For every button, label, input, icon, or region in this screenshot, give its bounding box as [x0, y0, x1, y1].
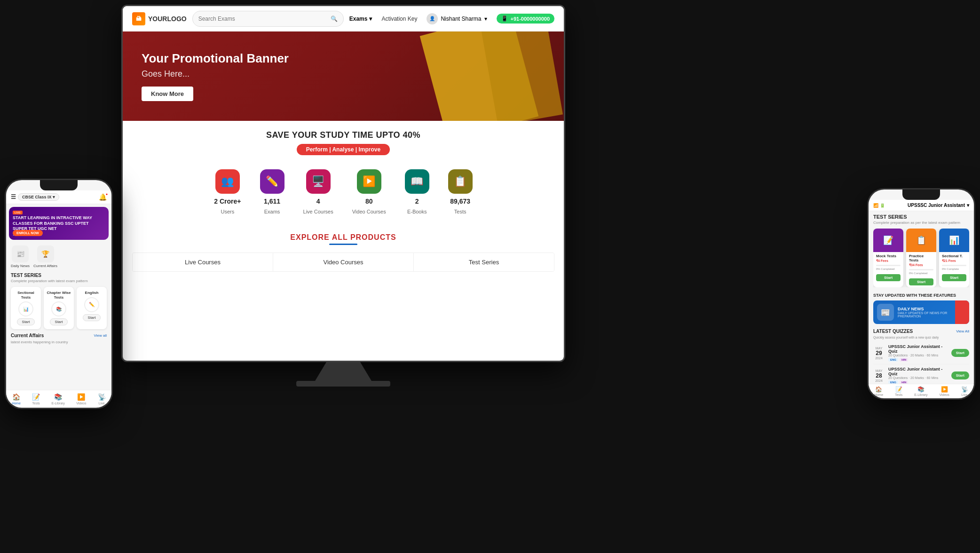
- daily-news-label: Daily News: [11, 264, 30, 268]
- whatsapp-icon: 📱: [501, 16, 508, 22]
- english-start-button[interactable]: Start: [83, 314, 101, 321]
- chapter-wise-label: Chapter Wise Tests: [47, 291, 71, 300]
- phone-nav-home[interactable]: 🏠 Home: [12, 393, 21, 397]
- right-phone-frame: 📶 🔋 UPSSSC Junior Assistant ▾ TEST SERIE…: [867, 188, 975, 400]
- rphone-nav-elibrary[interactable]: 📚 E-Library: [914, 386, 927, 388]
- tab-video-courses[interactable]: Video Courses: [273, 253, 414, 271]
- hamburger-icon[interactable]: ☰: [11, 194, 16, 200]
- tests-icon: 📋: [448, 169, 473, 194]
- phone-nav-elibrary[interactable]: 📚 E-Library: [51, 393, 64, 397]
- nav-search-box[interactable]: 🔍: [192, 11, 344, 27]
- quick-current-affairs[interactable]: 🏆 Current Affairs: [33, 245, 57, 268]
- promo-banner: Your Promotional Banner Goes Here... Kno…: [123, 32, 564, 121]
- exams-menu[interactable]: Exams ▾: [349, 16, 372, 22]
- news-card-right-accent: [955, 300, 969, 324]
- users-icon: 👥: [215, 169, 240, 194]
- know-more-button[interactable]: Know More: [142, 87, 193, 101]
- phone-promo-banner: LIVE START LEARNING IN INTRACTIVE WAYCLA…: [9, 207, 109, 240]
- chapter-wise-circle: 📚: [51, 301, 66, 316]
- rphone-nav-tests[interactable]: 📝 Tests: [895, 386, 902, 388]
- sectional-tests-card: Sectional Tests 📊 Start: [11, 287, 41, 329]
- enroll-now-button[interactable]: ENROLL NOW: [13, 230, 43, 236]
- phone-nav-live[interactable]: 📡 Live: [98, 393, 106, 397]
- quiz-item-1: May 29 2024 UPSSSC Junior Assistant - Qu…: [873, 342, 969, 364]
- sectional-tests-rstart-button[interactable]: Start: [942, 274, 966, 281]
- left-phone-frame: ☰ CBSE Class IX ▾ 🔔● LIVE START LEARNING…: [5, 179, 113, 409]
- quiz-1-start-button[interactable]: Start: [951, 349, 969, 357]
- nav-right: Exams ▾ Activation Key 👤 Nishant Sharma …: [349, 13, 554, 24]
- phone-nav-tests[interactable]: 📝 Tests: [32, 393, 40, 397]
- stay-updated-section: STAY UPDATED WITH THESE FEATURES 📰 DAILY…: [869, 290, 974, 327]
- explore-title: EXPLORE ALL PRODUCTS: [132, 233, 554, 242]
- website-content: 🏔 YOURLOGO 🔍 Exams ▾ Activation Key 👤 N: [123, 6, 564, 361]
- practice-tests-price: ₹34 Fees: [909, 263, 933, 267]
- sectional-tests-rcard: 📊 Sectional T. ₹21 Fees 0% Complete Star…: [939, 229, 969, 287]
- users-number: 2 Crore+: [214, 198, 241, 205]
- sectional-tests-rbody: Sectional T. ₹21 Fees 0% Complete Start: [939, 252, 969, 283]
- mock-tests-body: Mock Tests ₹4 Fees 0% Completed Start: [873, 252, 903, 283]
- practice-tests-progress-text: 0% Completed: [909, 272, 933, 275]
- quiz-1-name: UPSSSC Junior Assistant - Quiz: [888, 344, 951, 354]
- mock-tests-card: 📝 Mock Tests ₹4 Fees 0% Completed Start: [873, 229, 903, 287]
- stats-section: SAVE YOUR STUDY TIME UPTO 40% Perform | …: [123, 121, 564, 224]
- tests-icon: 📝: [32, 393, 40, 397]
- exams-icon: ✏️: [260, 169, 285, 194]
- phone-badge[interactable]: 📱 +91-0000000000: [497, 14, 555, 24]
- exam-badge[interactable]: UPSSSC Junior Assistant ▾: [908, 203, 969, 208]
- notification-icon[interactable]: 🔔●: [99, 193, 107, 201]
- quiz-2-info: UPSSSC Junior Assistant - Quiz 20 Questi…: [888, 367, 951, 384]
- daily-news-card[interactable]: 📰 DAILY NEWS DAILY UPDATES OF NEWS FORPR…: [873, 300, 969, 324]
- quizzes-header: LATEST QUIZZES View All: [873, 329, 969, 334]
- ca-subtitle: latest events happening in country: [6, 340, 111, 344]
- quiz-1-tags: ENG HIN: [888, 358, 951, 362]
- rphone-nav-home[interactable]: 🏠 Home: [874, 386, 883, 388]
- exams-number: 1,611: [264, 198, 280, 205]
- practice-tests-card: 📋 Practice Tests ₹34 Fees 0% Completed S…: [906, 229, 936, 287]
- mock-tests-img: 📝: [873, 229, 903, 252]
- quizzes-subtitle: Quickly assess yourself with a new quiz …: [873, 336, 969, 339]
- video-courses-icon: ▶️: [357, 169, 381, 194]
- tab-live-courses[interactable]: Live Courses: [133, 253, 273, 271]
- quizzes-view-all[interactable]: View All: [956, 329, 969, 333]
- live-tag: LIVE: [13, 211, 23, 214]
- quiz-2-start-button[interactable]: Start: [951, 371, 969, 379]
- rphone-live-icon: 📡: [961, 386, 968, 388]
- view-all-link[interactable]: View all: [94, 333, 107, 338]
- class-badge[interactable]: CBSE Class IX ▾: [18, 193, 59, 201]
- current-affairs-label: Current Affairs: [33, 264, 57, 268]
- user-menu[interactable]: 👤 Nishant Sharma ▾: [427, 13, 487, 24]
- practice-tests-start-button[interactable]: Start: [909, 278, 933, 285]
- english-card: English ✏️ Start: [77, 287, 107, 329]
- right-phone-notch: [902, 190, 940, 200]
- left-phone: ☰ CBSE Class IX ▾ 🔔● LIVE START LEARNING…: [5, 179, 113, 550]
- phone-header: ☰ CBSE Class IX ▾ 🔔●: [6, 190, 111, 204]
- left-phone-screen: ☰ CBSE Class IX ▾ 🔔● LIVE START LEARNING…: [6, 180, 111, 397]
- sectional-tests-start-button[interactable]: Start: [17, 318, 35, 325]
- sectional-tests-rprogress-text: 0% Complete: [942, 268, 966, 270]
- avatar: 👤: [427, 13, 438, 24]
- practice-tests-title: Practice Tests: [909, 254, 933, 262]
- phone-nav-videos[interactable]: ▶️ Videos: [76, 393, 86, 397]
- quiz-2-month: May: [876, 369, 883, 372]
- activation-key-link[interactable]: Activation Key: [381, 16, 417, 22]
- quick-daily-news[interactable]: 📰 Daily News: [11, 245, 30, 268]
- video-courses-label: Video Courses: [352, 209, 386, 214]
- stat-video-courses: ▶️ 80 Video Courses: [352, 169, 386, 214]
- rphone-bottom-nav: 🏠 Home 📝 Tests 📚 E-Library ▶️ Videos 📡: [869, 384, 974, 388]
- rphone-nav-live[interactable]: 📡 Live: [961, 386, 968, 388]
- videos-icon: ▶️: [77, 393, 85, 397]
- explore-section: EXPLORE ALL PRODUCTS Live Courses Video …: [123, 224, 564, 281]
- mock-tests-start-button[interactable]: Start: [876, 274, 901, 281]
- stat-ebooks: 📖 2 E-Books: [405, 169, 429, 214]
- monitor-frame: 🏔 YOURLOGO 🔍 Exams ▾ Activation Key 👤 N: [121, 5, 565, 362]
- banner-decoration: [321, 32, 564, 121]
- tab-test-series[interactable]: Test Series: [414, 253, 554, 271]
- quizzes-title: LATEST QUIZZES: [873, 329, 913, 334]
- chapter-wise-start-button[interactable]: Start: [50, 318, 68, 325]
- ca-title: Current Affairs: [11, 333, 44, 338]
- rphone-nav-videos[interactable]: ▶️ Videos: [939, 386, 949, 388]
- phone-banner-title: START LEARNING IN INTRACTIVE WAYCLASSES …: [13, 215, 105, 232]
- search-input[interactable]: [198, 16, 327, 22]
- quiz-1-info: UPSSSC Junior Assistant - Quiz 20 Questi…: [888, 344, 951, 362]
- user-name: Nishant Sharma: [441, 16, 481, 22]
